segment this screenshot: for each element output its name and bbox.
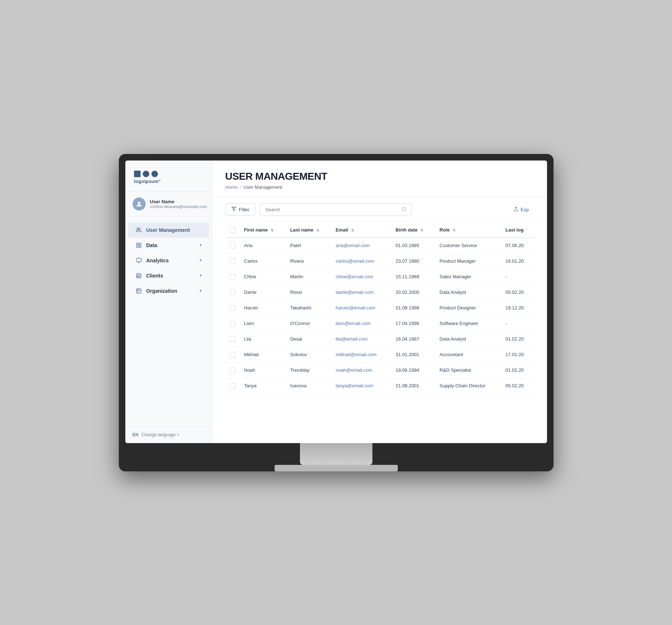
row-checkbox-cell-6[interactable] — [225, 331, 240, 347]
row-checkbox-3[interactable] — [230, 289, 235, 295]
sidebar-item-user-management[interactable]: User Management — [128, 222, 209, 238]
cell-last-login-3: 05.02.20 — [501, 284, 534, 300]
cell-first-name-3: Dante — [240, 284, 286, 300]
table-row: Mikhail Sokolov mikhail@email.com 31.01.… — [225, 347, 534, 362]
breadcrumb-home[interactable]: Home — [225, 184, 238, 190]
table-row: Lila Desai lila@email.com 16.04.1987 Dat… — [225, 331, 534, 347]
cell-role-0: Customer Service — [435, 238, 501, 254]
chevron-down-icon-analytics: ▾ — [200, 258, 202, 263]
user-info: User Name cristina.tabarana@example.com — [125, 192, 212, 217]
svg-point-0 — [138, 201, 140, 204]
cell-last-name-9: Ivanova — [286, 378, 331, 393]
svg-point-1 — [137, 228, 139, 230]
row-checkbox-9[interactable] — [230, 383, 235, 389]
breadcrumb: Home / User Management — [225, 184, 534, 190]
table-container: First name ⇅ Last name ⇅ Email ⇅ Birth d… — [212, 222, 547, 443]
cell-first-name-8: Noah — [240, 362, 286, 378]
cell-last-name-0: Patel — [286, 238, 331, 254]
grid-icon — [135, 242, 142, 249]
table-row: Noah Tremblay noah@email.com 18.06.1994 … — [225, 362, 534, 378]
sidebar-item-label-data: Data — [146, 242, 157, 248]
cell-last-name-6: Desai — [286, 331, 331, 347]
cell-email-3: dante@email.com — [331, 284, 392, 300]
row-checkbox-4[interactable] — [230, 305, 235, 311]
row-checkbox-0[interactable] — [230, 243, 235, 249]
cell-last-login-9: 05.02.20 — [501, 378, 534, 393]
cell-last-login-6: 01.02.20 — [501, 331, 534, 347]
export-button[interactable]: Exp — [508, 204, 534, 216]
sidebar-item-analytics[interactable]: Analytics ▾ — [128, 253, 209, 268]
language-label: EN — [133, 432, 139, 437]
cell-email-0: aria@email.com — [331, 238, 392, 254]
row-checkbox-5[interactable] — [230, 321, 235, 326]
search-icon — [401, 207, 406, 213]
monitor-frame: logoipsum° User Name cristina.tabarana@e… — [119, 154, 554, 471]
col-header-birth-date[interactable]: Birth date ⇅ — [391, 222, 435, 238]
people-icon — [135, 227, 142, 233]
cell-role-8: R&D Specialist — [435, 362, 501, 378]
sidebar-item-clients[interactable]: Clients ▾ — [128, 268, 209, 283]
cell-birth-date-6: 16.04.1987 — [391, 331, 435, 347]
row-checkbox-cell-7[interactable] — [225, 347, 240, 362]
cell-last-name-2: Martin — [286, 269, 331, 284]
cell-email-5: liam@email.com — [331, 316, 392, 331]
export-button-label: Exp — [521, 207, 529, 212]
row-checkbox-6[interactable] — [230, 336, 235, 342]
row-checkbox-cell-2[interactable] — [225, 269, 240, 284]
select-all-header[interactable] — [225, 222, 240, 238]
chevron-down-icon-clients: ▾ — [200, 273, 202, 278]
row-checkbox-cell-8[interactable] — [225, 362, 240, 378]
svg-point-17 — [402, 207, 405, 210]
row-checkbox-cell-4[interactable] — [225, 300, 240, 316]
row-checkbox-2[interactable] — [230, 274, 235, 280]
svg-rect-2 — [137, 243, 138, 245]
sidebar-item-data[interactable]: Data ▾ — [128, 238, 209, 253]
col-header-last-login[interactable]: Last log — [501, 222, 534, 238]
cell-last-login-8: 01.02.20 — [501, 362, 534, 378]
monitor-stand — [300, 443, 372, 465]
table-icon — [135, 272, 142, 279]
col-header-last-name[interactable]: Last name ⇅ — [286, 222, 331, 238]
cell-last-name-8: Tremblay — [286, 362, 331, 378]
col-header-role[interactable]: Role ⇅ — [435, 222, 501, 238]
cell-birth-date-4: 01.09.1998 — [391, 300, 435, 316]
row-checkbox-7[interactable] — [230, 352, 235, 358]
col-header-first-name[interactable]: First name ⇅ — [240, 222, 286, 238]
filter-button[interactable]: Filter — [225, 203, 256, 216]
sidebar-logo: logoipsum° — [125, 161, 212, 192]
cell-role-6: Data Analyst — [435, 331, 501, 347]
monitor-icon — [135, 257, 142, 264]
svg-rect-4 — [137, 246, 138, 247]
users-table: First name ⇅ Last name ⇅ Email ⇅ Birth d… — [225, 222, 534, 394]
col-header-email[interactable]: Email ⇅ — [331, 222, 392, 238]
table-row: Liam O'Connor liam@email.com 17.04.1996 … — [225, 316, 534, 331]
table-row: Chloe Martin chloe@email.com 15.11.1989 … — [225, 269, 534, 284]
search-box[interactable] — [260, 203, 412, 216]
cell-last-login-5: - — [501, 316, 534, 331]
cell-email-1: carlos@email.com — [331, 253, 392, 269]
sidebar-item-organization[interactable]: Organization ▾ — [128, 283, 209, 299]
cell-birth-date-1: 23.07.1980 — [391, 253, 435, 269]
cell-last-name-3: Rossi — [286, 284, 331, 300]
cell-role-3: Data Analyst — [435, 284, 501, 300]
user-email: cristina.tabarana@example.com — [150, 204, 207, 209]
cell-last-login-2: - — [501, 269, 534, 284]
change-language-link[interactable]: Change language > — [141, 432, 179, 437]
sidebar-item-label-clients: Clients — [146, 273, 163, 279]
table-row: Tanya Ivanova tanya@email.com 21.08.2001… — [225, 378, 534, 393]
row-checkbox-cell-3[interactable] — [225, 284, 240, 300]
row-checkbox-cell-9[interactable] — [225, 378, 240, 393]
row-checkbox-8[interactable] — [230, 367, 235, 373]
row-checkbox-cell-0[interactable] — [225, 238, 240, 254]
cell-role-7: Accountant — [435, 347, 501, 362]
svg-rect-5 — [139, 246, 141, 247]
table-row: Carlos Rivera carlos@email.com 23.07.198… — [225, 253, 534, 269]
cell-last-name-7: Sokolov — [286, 347, 331, 362]
row-checkbox-1[interactable] — [230, 258, 235, 264]
row-checkbox-cell-1[interactable] — [225, 253, 240, 269]
select-all-checkbox[interactable] — [230, 227, 235, 233]
cell-role-9: Supply Chain Director — [435, 378, 501, 393]
search-input[interactable] — [265, 207, 398, 212]
row-checkbox-cell-5[interactable] — [225, 316, 240, 331]
page-header: USER MANAGEMENT Home / User Management — [212, 161, 547, 197]
